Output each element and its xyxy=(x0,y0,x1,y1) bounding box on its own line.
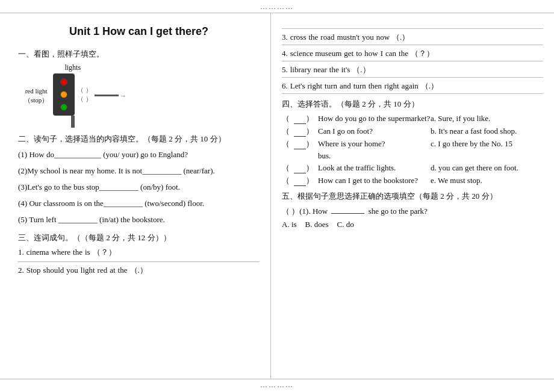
pole-base xyxy=(71,116,75,128)
blank-2 xyxy=(294,126,306,137)
section3-sentence-4: 4. science museum get to how I can the （… xyxy=(282,48,543,59)
paren-9: （ xyxy=(282,175,294,186)
red-circle xyxy=(60,78,67,86)
page-title: Unit 1 How can I get there? xyxy=(18,25,260,38)
blank-1 xyxy=(294,114,306,124)
section5-header: 五、根据句子意思选择正确的选项填空（每题 2 分，共 20 分） xyxy=(282,191,543,202)
rule-5 xyxy=(282,77,543,78)
paren-2: ） xyxy=(306,113,318,124)
traffic-light-assembly: lights （ ） （ ） xyxy=(53,63,92,128)
yellow-circle xyxy=(60,91,67,98)
section2-item-3: (3)Let's go to the bus stop__________ (o… xyxy=(18,181,260,194)
section3-header: 三、连词成句。（（每题 2 分，共 12 分）） xyxy=(18,232,260,243)
main-content: Unit 1 How can I get there? 一、看图，照样子填空。 … xyxy=(0,13,554,379)
section4-row-3: （ ） Where is your home? c. I go there by… xyxy=(282,138,543,149)
paren-10: ） xyxy=(306,175,318,186)
paren-3: （ xyxy=(282,126,294,137)
section4-a3-cont: bus. xyxy=(282,151,543,161)
a5: e. We must stop. xyxy=(431,176,543,185)
section3-sentence-3: 3. cross the road mustn't you now （.） xyxy=(282,32,543,43)
a1: a. Sure, if you like. xyxy=(431,114,543,123)
arm-arrows: → xyxy=(120,92,126,99)
red-light-label: red light （stop） xyxy=(24,87,48,104)
section2-item-2: (2)My school is near my home. It is not_… xyxy=(18,164,260,178)
paren-7: （ xyxy=(282,163,294,173)
q5: How can I get to the bookstore? xyxy=(318,176,431,185)
light-box xyxy=(53,73,75,116)
rule-top xyxy=(282,28,543,29)
rule-3 xyxy=(282,45,543,45)
arm-line xyxy=(95,95,119,96)
a3: c. I go there by the No. 15 xyxy=(431,139,543,149)
right-column: 3. cross the road mustn't you now （.） 4.… xyxy=(271,13,554,379)
q1: How do you go to the supermarket? xyxy=(318,114,431,123)
page: ………… Unit 1 How can I get there? 一、看图，照样… xyxy=(0,0,554,392)
left-column: Unit 1 How can I get there? 一、看图，照样子填空。 … xyxy=(0,13,271,379)
green-circle xyxy=(60,104,67,111)
q4: Look at the traffic lights. xyxy=(318,163,431,173)
paren-6: ） xyxy=(306,138,318,149)
choice-a: A. is xyxy=(282,220,297,229)
lights-label: lights xyxy=(64,63,81,72)
light-body: （ ） （ ） xyxy=(53,73,92,116)
section4-row-4: （ ） Look at the traffic lights. d. you c… xyxy=(282,163,543,173)
section4-row-1: （ ） How do you go to the supermarket? a.… xyxy=(282,113,543,124)
paren-8: ） xyxy=(306,163,318,173)
horizontal-arm: → xyxy=(95,92,126,99)
spacer-top xyxy=(282,19,543,26)
blank-4 xyxy=(294,163,306,173)
section2-header: 二、读句子，选择适当的内容填空。（每题 2 分，共 10 分） xyxy=(18,134,260,145)
section2-item-1: (1) How do____________ (you/ your) go to… xyxy=(18,148,260,161)
section4-header: 四、选择答语。（每题 2 分，共 10 分） xyxy=(282,99,543,110)
paren-5: （ xyxy=(282,138,294,149)
choice-c: C. do xyxy=(337,220,354,229)
a4: d. you can get there on foot. xyxy=(431,163,543,173)
section2-item-4: (4) Our classroom is on the__________ (t… xyxy=(18,197,260,210)
traffic-diagram: red light （stop） lights （ ） xyxy=(24,63,260,128)
section3-sentence-2: 2. Stop should you light red at the （.） xyxy=(18,265,260,276)
q2: Can I go on foot? xyxy=(318,126,431,136)
section1-header: 一、看图，照样子填空。 xyxy=(18,49,260,60)
a2: b. It's near a fast food shop. xyxy=(431,126,543,136)
choice-b: B. does xyxy=(305,220,329,229)
blank-5 xyxy=(294,176,306,186)
blank-s5 xyxy=(331,213,364,214)
section3-sentence-1: 1. cinema where the is （？） xyxy=(18,247,260,258)
rule-6 xyxy=(282,93,543,94)
paren-4: ） xyxy=(306,126,318,137)
section4-row-2: （ ） Can I go on foot? b. It's near a fas… xyxy=(282,126,543,137)
paren-1: （ xyxy=(282,113,294,124)
section3-sentence-6: 6. Let's right turn and turn then right … xyxy=(282,81,543,92)
section4-row-5: （ ） How can I get to the bookstore? e. W… xyxy=(282,175,543,186)
rule-4 xyxy=(282,61,543,61)
section5-item1: （ ）(1). How she go to the park? xyxy=(282,205,543,218)
section3-sentence-5: 5. library near the it's （.） xyxy=(282,64,543,75)
q3: Where is your home? xyxy=(318,139,431,149)
top-dots: ………… xyxy=(0,0,554,13)
section5-choices: A. is B. does C. do xyxy=(282,220,543,229)
section2-item-5: (5) Turn left __________ (in/at) the boo… xyxy=(18,213,260,226)
arrows: （ ） （ ） xyxy=(77,86,92,104)
bottom-dots: ………… xyxy=(0,379,554,392)
rule-1 xyxy=(18,261,260,263)
blank-3 xyxy=(294,139,306,149)
